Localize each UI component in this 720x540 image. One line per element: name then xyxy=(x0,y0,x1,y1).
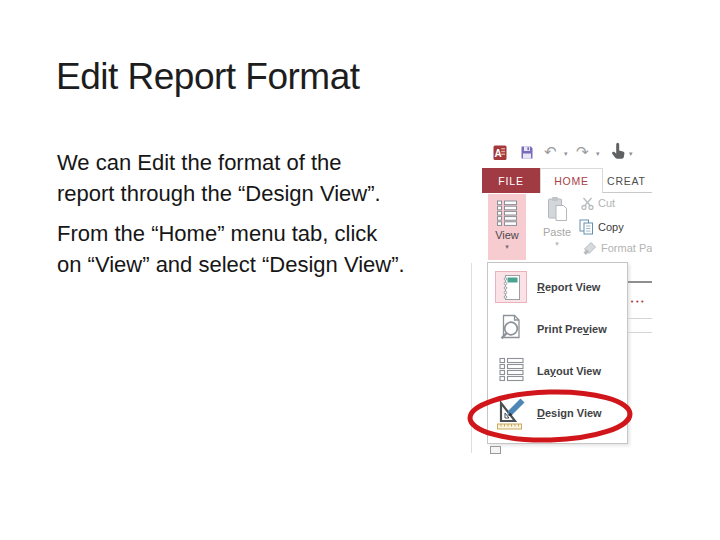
view-button-label: View xyxy=(495,230,519,241)
tab-create[interactable]: CREAT xyxy=(607,168,646,193)
background-divider xyxy=(628,281,652,283)
redo-dropdown-caret-icon[interactable]: ▾ xyxy=(596,151,600,158)
paste-button[interactable]: Paste ▾ xyxy=(538,196,576,258)
tab-home[interactable]: HOME xyxy=(540,168,603,193)
save-icon[interactable] xyxy=(520,145,534,164)
format-painter-label: Format Pa xyxy=(601,242,652,255)
layout-view-icon-cell xyxy=(493,356,529,386)
paste-dropdown-caret-icon: ▾ xyxy=(555,241,559,248)
paste-icon xyxy=(546,196,568,224)
report-view-icon xyxy=(501,274,521,301)
menu-item-label: Layout View xyxy=(537,365,601,377)
tab-row-divider xyxy=(603,192,652,193)
body-line: on “View” and select “Design View”. xyxy=(57,249,487,280)
view-dropdown-caret-icon: ▾ xyxy=(505,244,509,251)
layout-view-icon xyxy=(498,356,525,386)
clipped-icon-fragment xyxy=(490,446,501,454)
cut-icon xyxy=(581,197,594,210)
body-line: report through the “Design View”. xyxy=(57,178,487,209)
menu-item-print-preview[interactable]: Print Preview xyxy=(488,308,627,350)
undo-dropdown-caret-icon[interactable]: ▾ xyxy=(564,151,568,158)
menu-item-layout-view[interactable]: Layout View xyxy=(488,350,627,392)
access-app-icon: A xyxy=(493,144,507,165)
view-button[interactable]: View ▾ xyxy=(488,194,526,260)
background-ellipsis-dots: ••• xyxy=(630,299,645,306)
format-painter-button[interactable]: Format Pa xyxy=(583,241,652,255)
background-divider xyxy=(628,332,652,333)
background-divider xyxy=(628,318,652,319)
report-view-selected-highlight xyxy=(495,271,527,303)
format-painter-icon xyxy=(583,241,597,255)
print-preview-icon xyxy=(499,314,523,345)
page-title: Edit Report Format xyxy=(56,56,360,98)
touch-mode-icon[interactable] xyxy=(610,142,626,164)
red-circle-annotation xyxy=(466,388,634,444)
menu-item-label: Report View xyxy=(537,281,600,293)
redo-icon[interactable]: ↷ xyxy=(576,145,589,160)
copy-icon xyxy=(579,219,594,235)
undo-icon[interactable]: ↶ xyxy=(544,145,557,160)
body-line: We can Edit the format of the xyxy=(57,147,487,178)
body-line: From the “Home” menu tab, click xyxy=(57,218,487,249)
copy-label: Copy xyxy=(598,221,624,234)
touch-mode-caret-icon[interactable]: ▾ xyxy=(629,151,633,158)
menu-item-label: Print Preview xyxy=(537,323,607,335)
paragraph: We can Edit the format of the report thr… xyxy=(57,147,487,209)
paste-button-label: Paste xyxy=(543,227,571,238)
print-preview-icon-cell xyxy=(493,314,529,345)
copy-button[interactable]: Copy xyxy=(579,219,624,235)
cut-label: Cut xyxy=(598,197,615,210)
report-view-icon-cell xyxy=(493,271,529,303)
svg-text:A: A xyxy=(495,148,502,159)
tab-file[interactable]: FILE xyxy=(482,168,540,193)
menu-item-report-view[interactable]: Report View xyxy=(488,266,627,308)
paragraph: From the “Home” menu tab, click on “View… xyxy=(57,218,487,280)
view-icon xyxy=(496,199,518,227)
cut-button[interactable]: Cut xyxy=(581,197,615,210)
slide-body-text: We can Edit the format of the report thr… xyxy=(57,147,487,289)
